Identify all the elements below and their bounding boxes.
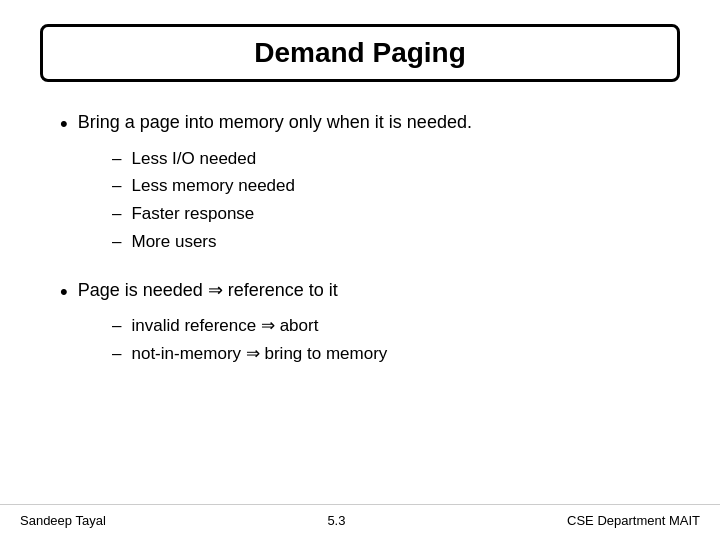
content-area: • Bring a page into memory only when it … [0, 82, 720, 504]
sub-bullet-2-2: – not-in-memory ⇒ bring to memory [112, 342, 670, 366]
sub-dash-2-2: – [112, 342, 121, 366]
sub-dash-1-1: – [112, 147, 121, 171]
sub-dash-1-2: – [112, 174, 121, 198]
sub-text-1-4: More users [131, 230, 216, 254]
sub-text-2-1: invalid reference ⇒ abort [131, 314, 318, 338]
sub-text-1-2: Less memory needed [131, 174, 294, 198]
bullet-dot-1: • [60, 110, 68, 139]
sub-bullet-2-1: – invalid reference ⇒ abort [112, 314, 670, 338]
bullet-main-text-1: Bring a page into memory only when it is… [78, 110, 472, 135]
bullet-main-2: • Page is needed ⇒ reference to it [60, 278, 670, 307]
slide: Demand Paging • Bring a page into memory… [0, 0, 720, 540]
footer-left: Sandeep Tayal [20, 513, 106, 528]
sub-bullet-1-1: – Less I/O needed [112, 147, 670, 171]
title-box: Demand Paging [40, 24, 680, 82]
sub-bullets-2: – invalid reference ⇒ abort – not-in-mem… [112, 314, 670, 366]
sub-text-1-3: Faster response [131, 202, 254, 226]
bullet-main-1: • Bring a page into memory only when it … [60, 110, 670, 139]
sub-bullet-1-2: – Less memory needed [112, 174, 670, 198]
sub-bullet-1-4: – More users [112, 230, 670, 254]
bullet-main-text-2: Page is needed ⇒ reference to it [78, 278, 338, 303]
sub-dash-2-1: – [112, 314, 121, 338]
footer-center: 5.3 [327, 513, 345, 528]
sub-text-2-2: not-in-memory ⇒ bring to memory [131, 342, 387, 366]
sub-bullet-1-3: – Faster response [112, 202, 670, 226]
bullet-section-1: • Bring a page into memory only when it … [60, 110, 670, 254]
sub-text-1-1: Less I/O needed [131, 147, 256, 171]
footer: Sandeep Tayal 5.3 CSE Department MAIT [0, 504, 720, 540]
sub-dash-1-3: – [112, 202, 121, 226]
bullet-section-2: • Page is needed ⇒ reference to it – inv… [60, 278, 670, 366]
sub-dash-1-4: – [112, 230, 121, 254]
bullet-dot-2: • [60, 278, 68, 307]
sub-bullets-1: – Less I/O needed – Less memory needed –… [112, 147, 670, 254]
footer-right: CSE Department MAIT [567, 513, 700, 528]
slide-title: Demand Paging [254, 37, 466, 68]
